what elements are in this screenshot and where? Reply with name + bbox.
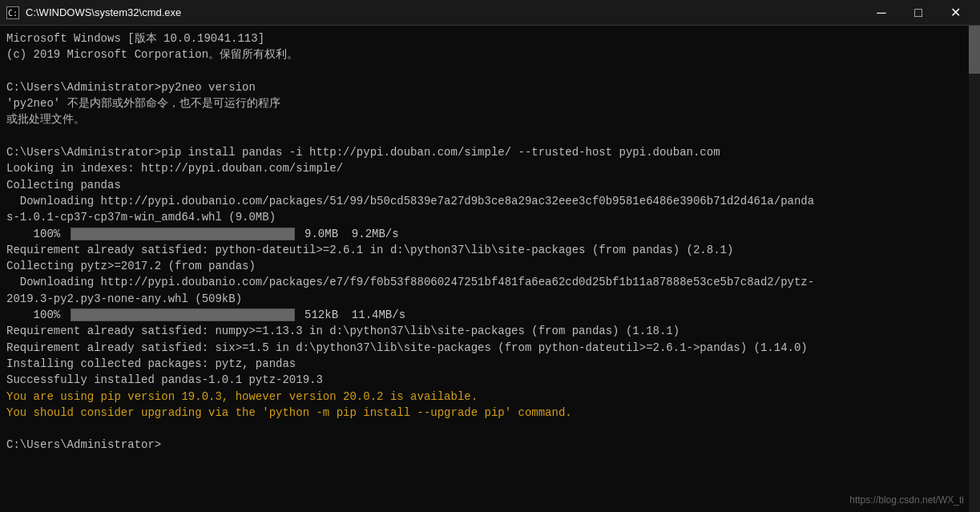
terminal-line-10: Collecting pandas: [6, 177, 974, 193]
terminal-line-8: C:\Users\Administrator>pip install panda…: [6, 144, 974, 160]
titlebar-left: C: C:\WINDOWS\system32\cmd.exe: [6, 6, 181, 19]
progress-bar-2: 100% 512kB 11.4MB/s: [6, 307, 974, 323]
terminal-line-19: Installing collected packages: pytz, pan…: [6, 356, 974, 372]
terminal-line-21: You are using pip version 19.0.3, howeve…: [6, 389, 974, 405]
window-title: C:\WINDOWS\system32\cmd.exe: [26, 6, 181, 18]
progress-bar-2-inner: [71, 309, 294, 321]
progress-bar-1-inner: [71, 228, 294, 240]
terminal-line-20: Successfully installed pandas-1.0.1 pytz…: [6, 372, 974, 388]
terminal-line-24: C:\Users\Administrator>: [6, 437, 974, 453]
terminal-line-5: 'py2neo' 不是内部或外部命令，也不是可运行的程序: [6, 95, 974, 111]
progress-1-suffix: 9.0MB 9.2MB/s: [298, 226, 399, 242]
terminal-line-23: [6, 421, 974, 437]
progress-2-prefix: 100%: [6, 307, 67, 323]
scrollbar[interactable]: [969, 26, 980, 512]
terminal-line-9: Looking in indexes: http://pypi.douban.c…: [6, 160, 974, 176]
terminal-line-18: Requirement already satisfied: six>=1.5 …: [6, 340, 974, 356]
terminal-line-11: Downloading http://pypi.doubanio.com/pac…: [6, 193, 974, 209]
svg-text:C:: C:: [8, 9, 18, 18]
progress-bar-1-outer: [71, 228, 295, 240]
watermark: https://blog.csdn.net/WX_ti: [849, 494, 964, 507]
window-controls: ─ □ ✕: [863, 0, 974, 26]
terminal-line-4: C:\Users\Administrator>py2neo version: [6, 79, 974, 95]
terminal-line-17: Requirement already satisfied: numpy>=1.…: [6, 323, 974, 339]
terminal-line-13: Requirement already satisfied: python-da…: [6, 242, 974, 258]
terminal-content: Microsoft Windows [版本 10.0.19041.113] (c…: [0, 26, 980, 512]
terminal-line-2: (c) 2019 Microsoft Corporation。保留所有权利。: [6, 46, 974, 62]
terminal-line-6: 或批处理文件。: [6, 111, 974, 127]
terminal-line-12: s-1.0.1-cp37-cp37m-win_amd64.whl (9.0MB): [6, 209, 974, 225]
titlebar: C: C:\WINDOWS\system32\cmd.exe ─ □ ✕: [0, 0, 980, 26]
cmd-icon: C:: [6, 6, 19, 19]
terminal-line-16: 2019.3-py2.py3-none-any.whl (509kB): [6, 291, 974, 307]
progress-2-suffix: 512kB 11.4MB/s: [298, 307, 405, 323]
progress-1-prefix: 100%: [6, 226, 67, 242]
terminal-line-22: You should consider upgrading via the 'p…: [6, 405, 974, 421]
progress-bar-2-outer: [71, 308, 295, 321]
scrollbar-thumb[interactable]: [969, 26, 980, 74]
minimize-button[interactable]: ─: [863, 0, 900, 26]
terminal-line-15: Downloading http://pypi.doubanio.com/pac…: [6, 274, 974, 290]
progress-bar-1: 100% 9.0MB 9.2MB/s: [6, 226, 974, 242]
maximize-button[interactable]: □: [900, 0, 937, 26]
terminal-line-7: [6, 128, 974, 144]
close-button[interactable]: ✕: [937, 0, 974, 26]
terminal-line-1: Microsoft Windows [版本 10.0.19041.113]: [6, 30, 974, 46]
terminal-line-3: [6, 63, 974, 79]
terminal-line-14: Collecting pytz>=2017.2 (from pandas): [6, 258, 974, 274]
